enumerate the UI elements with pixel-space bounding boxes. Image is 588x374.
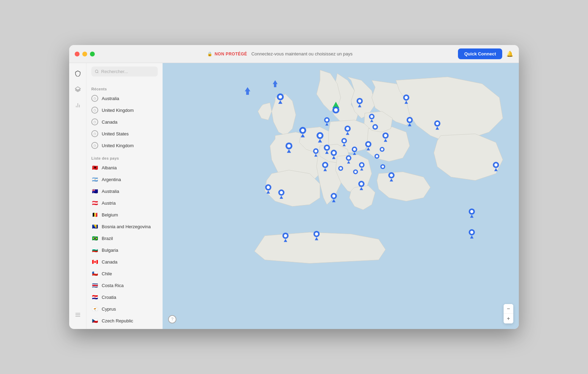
svg-point-46 [358,99,361,103]
country-item[interactable]: 🇧🇪 Belgium [86,209,163,221]
country-flag: 🇨🇱 [91,270,98,277]
app-window: 🔒 NON PROTÉGÉ Connectez-vous maintenant … [69,45,519,329]
svg-point-33 [353,148,356,151]
map-svg [163,63,519,329]
country-name: Costa Rica [102,283,124,288]
svg-point-62 [436,122,439,125]
recent-country-name: Canada [102,119,118,125]
country-item[interactable]: 🇨🇱 Chile [86,268,163,279]
search-input[interactable] [101,69,154,74]
recent-country-name: United Kingdom [102,143,134,148]
recent-item[interactable]: ◷ Canada [86,116,163,128]
svg-point-82 [470,231,474,234]
country-name: Brazil [102,236,113,241]
stats-nav-icon[interactable] [73,100,83,110]
svg-line-8 [98,72,98,73]
svg-point-86 [315,232,318,235]
recent-country-name: United Kingdom [102,108,134,113]
svg-point-29 [346,127,349,130]
map-pin [380,147,385,152]
svg-point-19 [325,146,329,149]
map-pin [353,169,358,174]
fullscreen-button[interactable] [90,52,95,56]
minimize-button[interactable] [82,52,87,56]
recent-icon: ◷ [91,95,98,102]
country-flag: 🇦🇷 [91,176,98,183]
lock-icon: 🔒 [207,52,213,56]
country-name: Austria [102,201,116,206]
zoom-in-button[interactable]: + [504,314,513,323]
svg-point-80 [470,210,474,213]
svg-point-76 [374,126,377,128]
recent-item[interactable]: ◷ United Kingdom [86,140,163,151]
country-name: Chile [102,271,112,276]
status-badge: 🔒 NON PROTÉGÉ [207,52,247,56]
recent-item[interactable]: ◷ United Kingdom [86,104,163,116]
notification-bell[interactable]: 🔔 [506,51,513,57]
country-name: Bulgaria [102,248,118,253]
map-pin [380,164,385,169]
svg-point-42 [334,108,338,112]
country-item[interactable]: 🇧🇷 Brazil [86,232,163,244]
status-text: NON PROTÉGÉ [214,52,247,56]
country-item[interactable]: 🇧🇦 Bosnia and Herzegovina [86,221,163,232]
svg-point-56 [332,195,336,198]
country-flag: 🇧🇬 [91,247,98,253]
country-flag: 🇦🇱 [91,164,98,171]
zoom-out-button[interactable]: − [504,304,513,314]
svg-point-44 [325,119,328,122]
map-pin [338,166,343,171]
svg-point-72 [354,171,357,173]
countries-container: 🇦🇱 Albania 🇦🇷 Argentina 🇦🇺 Australia 🇦🇹 … [86,162,163,329]
country-flag: 🇦🇹 [91,199,98,206]
map-zoom-controls: − + [504,304,513,323]
recent-item[interactable]: ◷ United States [86,128,163,140]
country-item[interactable]: 🇧🇬 Bulgaria [86,244,163,256]
svg-point-7 [95,70,98,73]
map-pin [373,124,378,130]
svg-point-54 [390,174,393,177]
sidebar: Récents ◷ Australia ◷ United Kingdom ◷ C… [69,63,163,329]
countries-label: Liste des pays [86,153,163,162]
country-name: Albania [102,165,117,170]
country-item[interactable]: 🇭🇷 Croatia [86,291,163,303]
svg-point-58 [267,186,270,189]
country-flag: 🇨🇷 [91,282,98,289]
svg-point-31 [367,143,370,146]
country-flag: 🇧🇪 [91,211,98,218]
sidebar-list[interactable]: Récents ◷ Australia ◷ United Kingdom ◷ C… [86,80,163,329]
svg-point-35 [347,157,350,159]
country-item[interactable]: 🇦🇹 Austria [86,197,163,209]
svg-point-39 [408,118,411,122]
country-item[interactable]: 🇨🇿 Czech Republic [86,315,163,327]
recent-icon: ◷ [91,118,98,125]
country-flag: 🇨🇦 [91,258,98,265]
main-content: Récents ◷ Australia ◷ United Kingdom ◷ C… [69,63,519,329]
recents-container: ◷ Australia ◷ United Kingdom ◷ Canada ◷ … [86,92,163,151]
country-name: Bosnia and Herzegovina [102,224,151,229]
country-item[interactable]: 🇦🇺 Australia [86,185,163,197]
country-item[interactable]: 🇨🇷 Costa Rica [86,279,163,291]
search-box [91,66,158,77]
settings-nav-icon[interactable] [75,242,81,323]
map-pin [375,154,379,159]
quick-connect-button[interactable]: Quick Connect [458,48,502,59]
shield-nav-icon[interactable] [73,69,83,78]
country-item[interactable]: 🇦🇱 Albania [86,162,163,173]
map-help-button[interactable]: ? [168,315,176,323]
svg-point-21 [332,151,336,154]
svg-point-84 [284,234,287,237]
map-area[interactable]: − + ? [163,63,519,329]
svg-point-64 [405,96,408,99]
country-item[interactable]: 🇨🇾 Cyprus [86,303,163,315]
country-item[interactable]: 🇨🇦 Canada [86,256,163,268]
svg-point-60 [280,191,283,194]
country-item[interactable]: 🇩🇰 Denmark [86,327,163,329]
search-icon [95,69,99,74]
recent-item[interactable]: ◷ Australia [86,92,163,104]
layers-nav-icon[interactable] [73,84,83,94]
svg-point-70 [382,166,384,168]
close-button[interactable] [75,52,80,56]
country-item[interactable]: 🇦🇷 Argentina [86,173,163,185]
country-flag: 🇧🇦 [91,223,98,230]
